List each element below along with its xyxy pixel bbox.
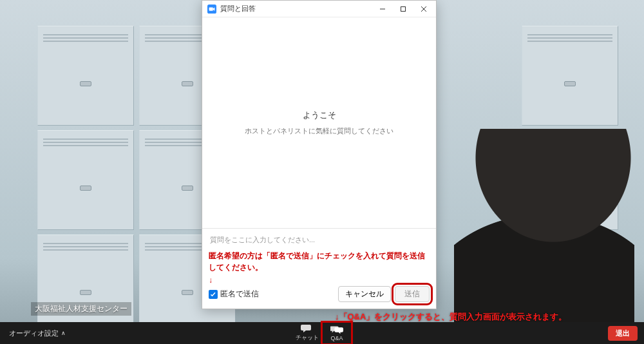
- anonymous-checkbox[interactable]: [209, 290, 218, 299]
- audio-settings-button[interactable]: オーディオ設定 ∧: [0, 329, 75, 338]
- participant-name-label: 大阪福祉人材支援センター: [31, 302, 131, 316]
- cancel-button[interactable]: キャンセル: [338, 286, 391, 302]
- audio-settings-label: オーディオ設定: [9, 329, 59, 338]
- qa-icon: [330, 325, 343, 334]
- qa-button[interactable]: Q&A: [322, 322, 352, 344]
- meeting-toolbar: オーディオ設定 ∧ チャット Q&A 退出: [0, 322, 644, 344]
- maximize-button[interactable]: [393, 2, 413, 16]
- annotation-qa-click-instruction: ↓「Q&A」をクリックすると、質問入力画面が表示されます。: [335, 311, 567, 322]
- annotation-arrow-icon: ↓: [209, 276, 430, 285]
- qa-input-area: 質問をここに入力してください... 匿名希望の方は「匿名で送信」にチェックを入れ…: [202, 228, 436, 309]
- qa-body: ようこそ ホストとパネリストに気軽に質問してください: [202, 17, 436, 228]
- chat-button-label: チャット: [296, 334, 319, 342]
- chat-button[interactable]: チャット: [292, 322, 322, 344]
- zoom-app-icon: [207, 5, 216, 14]
- leave-button[interactable]: 退出: [608, 326, 638, 341]
- annotation-anonymous-instruction: 匿名希望の方は「匿名で送信」にチェックを入れて質問を送信してください。: [209, 250, 430, 273]
- presenter-silhouette: [454, 129, 634, 322]
- qa-dialog: 質問と回答 ようこそ ホストとパネリストに気軽に質問してください: [202, 0, 437, 309]
- send-button[interactable]: 送信: [395, 286, 430, 302]
- svg-rect-1: [209, 7, 213, 10]
- anonymous-checkbox-label: 匿名で送信: [220, 289, 259, 300]
- qa-welcome-title: ようこそ: [303, 110, 336, 121]
- qa-button-label: Q&A: [330, 335, 343, 341]
- chat-icon: [301, 324, 314, 333]
- svg-rect-3: [401, 6, 406, 11]
- qa-welcome-subtitle: ホストとパネリストに気軽に質問してください: [245, 126, 393, 136]
- close-button[interactable]: [414, 2, 433, 16]
- question-input[interactable]: 質問をここに入力してください...: [209, 234, 430, 246]
- minimize-button[interactable]: [373, 2, 392, 16]
- qa-dialog-title: 質問と回答: [220, 4, 373, 14]
- qa-titlebar: 質問と回答: [202, 1, 436, 17]
- zoom-webinar-window: 大阪福祉人材支援センター 質問と回答: [0, 0, 644, 344]
- chevron-up-icon: ∧: [61, 330, 66, 336]
- video-area: 大阪福祉人材支援センター 質問と回答: [0, 0, 644, 322]
